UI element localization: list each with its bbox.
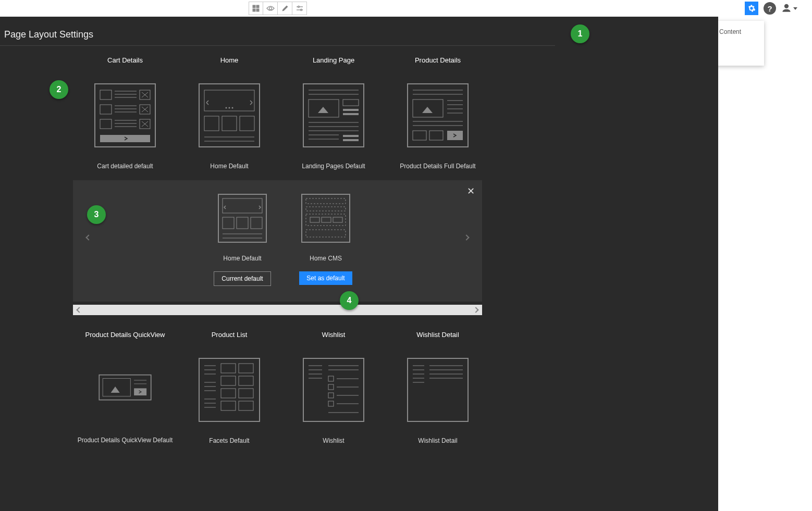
svg-rect-90	[306, 230, 346, 237]
svg-rect-80	[251, 217, 262, 229]
svg-point-42	[229, 107, 230, 109]
svg-rect-109	[239, 376, 253, 385]
svg-point-41	[226, 107, 227, 109]
layout-title: Product List	[212, 331, 248, 339]
svg-rect-88	[322, 217, 331, 222]
svg-rect-111	[239, 389, 253, 398]
wireframe-icon	[407, 83, 469, 148]
svg-rect-106	[221, 364, 236, 373]
layout-title: Cart Details	[107, 56, 143, 64]
canvas: 1 2 3 4 Page Layout Settings Cart Detail…	[0, 17, 718, 511]
page-title: Page Layout Settings	[0, 17, 555, 46]
top-toolbar	[249, 2, 307, 15]
layout-card-cart-details[interactable]: Cart Details Cart detailed default	[73, 56, 177, 170]
wireframe-icon	[301, 193, 351, 243]
layout-title: Home	[220, 56, 239, 64]
svg-rect-113	[239, 401, 253, 410]
svg-rect-38	[100, 135, 150, 142]
edit-icon[interactable]	[278, 2, 292, 15]
svg-rect-110	[221, 389, 236, 398]
layout-card-product-details-quickview[interactable]: Product Details QuickView Product Detail…	[73, 331, 177, 444]
wireframe-icon	[217, 193, 267, 243]
svg-rect-2	[253, 9, 255, 11]
svg-rect-87	[310, 217, 319, 222]
svg-point-7	[298, 6, 299, 8]
layout-row-1: Cart Details Cart detailed default Home	[73, 56, 718, 170]
gear-icon[interactable]	[745, 2, 758, 15]
svg-rect-46	[240, 116, 254, 131]
svg-rect-95	[134, 388, 146, 395]
svg-rect-55	[343, 113, 359, 115]
svg-rect-86	[306, 214, 346, 226]
svg-rect-49	[303, 84, 364, 147]
svg-rect-108	[221, 376, 236, 385]
layout-card-wishlist-detail[interactable]: Wishlist Detail Wishlist Detail	[386, 331, 490, 444]
svg-rect-89	[333, 217, 342, 222]
svg-rect-0	[253, 5, 255, 8]
close-icon[interactable]: ✕	[467, 185, 475, 197]
layout-title: Wishlist Detail	[416, 331, 459, 339]
svg-rect-112	[221, 401, 236, 410]
user-menu[interactable]	[781, 3, 797, 14]
layout-expanded-panel: ✕ Home Default Current default	[73, 180, 482, 302]
caret-down-icon	[793, 7, 797, 10]
svg-point-43	[232, 107, 233, 109]
svg-rect-107	[239, 364, 253, 373]
help-icon[interactable]: ?	[764, 2, 776, 15]
layout-option-home-default[interactable]: Home Default Current default	[214, 193, 271, 286]
horizontal-scrollbar[interactable]	[73, 305, 482, 315]
svg-rect-45	[222, 116, 237, 131]
option-label: Home Default	[223, 255, 261, 262]
carousel-next[interactable]	[464, 227, 469, 243]
wireframe-icon	[94, 374, 156, 405]
svg-rect-39	[199, 84, 260, 147]
layout-title: Wishlist	[322, 331, 346, 339]
topbar: ?	[0, 0, 812, 17]
svg-rect-3	[256, 9, 259, 11]
layout-title: Product Details	[415, 56, 461, 64]
svg-rect-77	[223, 198, 262, 213]
svg-point-4	[269, 7, 272, 10]
wireframe-icon	[407, 357, 469, 422]
svg-rect-84	[306, 198, 346, 204]
layout-subtitle: Cart detailed default	[97, 163, 153, 170]
option-label: Home CMS	[310, 255, 342, 262]
annotation-badge-4: 4	[340, 291, 359, 310]
svg-point-8	[300, 9, 302, 11]
svg-rect-31	[100, 119, 112, 129]
layout-option-home-cms[interactable]: Home CMS Set as default	[297, 193, 354, 286]
svg-rect-1	[256, 5, 259, 8]
layout-subtitle: Wishlist Detail	[418, 437, 457, 444]
scroll-left-icon[interactable]	[76, 307, 82, 313]
annotation-badge-3: 3	[87, 205, 106, 224]
scroll-right-icon[interactable]	[473, 307, 478, 313]
grid-view-icon[interactable]	[249, 2, 263, 15]
wireframe-icon	[302, 83, 365, 148]
svg-rect-54	[343, 109, 359, 111]
svg-rect-76	[218, 194, 266, 242]
annotation-badge-1: 1	[571, 24, 589, 43]
svg-rect-121	[328, 376, 334, 381]
layout-subtitle: Wishlist	[323, 437, 344, 444]
wireframe-icon	[94, 83, 156, 148]
layout-card-wishlist[interactable]: Wishlist Wishlist	[281, 331, 386, 444]
layout-subtitle: Facets Default	[209, 437, 249, 444]
layout-card-landing-page[interactable]: Landing Page Landing Pages Default	[281, 56, 386, 170]
svg-rect-74	[429, 131, 443, 140]
current-default-button[interactable]: Current default	[214, 271, 270, 286]
layout-card-product-details[interactable]: Product Details Product Details Full Def…	[386, 56, 490, 170]
svg-rect-85	[306, 207, 346, 211]
layout-card-product-list[interactable]: Product List Facets Default	[177, 331, 281, 444]
layout-card-home[interactable]: Home Home Default	[177, 56, 281, 170]
svg-rect-53	[343, 99, 359, 106]
wireframe-icon	[302, 357, 365, 422]
carousel-prev[interactable]	[87, 227, 91, 243]
svg-rect-44	[204, 116, 219, 131]
svg-rect-96	[199, 358, 260, 421]
settings-sliders-icon[interactable]	[292, 2, 307, 15]
set-as-default-button[interactable]: Set as default	[299, 271, 352, 285]
svg-rect-123	[328, 384, 334, 390]
preview-icon[interactable]	[263, 2, 278, 15]
wireframe-icon	[198, 357, 261, 422]
svg-rect-60	[343, 139, 359, 141]
